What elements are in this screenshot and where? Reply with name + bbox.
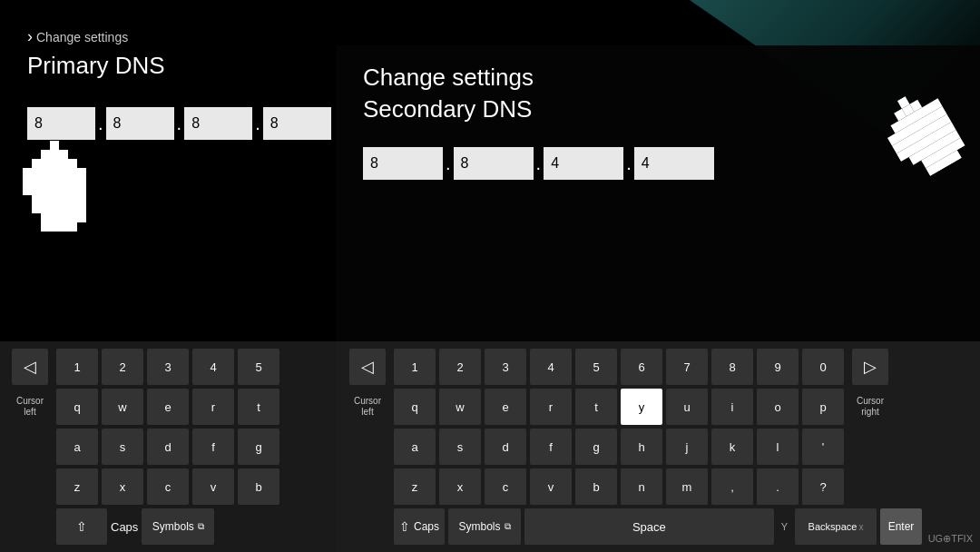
- key-1-primary[interactable]: 1: [56, 349, 98, 385]
- cursor-hand-secondary: [889, 91, 962, 176]
- key-3[interactable]: 3: [485, 349, 526, 385]
- key-period[interactable]: .: [757, 468, 799, 505]
- symbols-key-primary[interactable]: Symbols ⧉: [142, 508, 214, 545]
- key-m[interactable]: m: [666, 468, 708, 505]
- key-b-primary[interactable]: b: [238, 468, 279, 505]
- primary-dns-field-3[interactable]: [184, 107, 252, 140]
- y-indicator: Y: [778, 521, 791, 532]
- primary-dns-field-1[interactable]: [27, 107, 95, 140]
- svg-rect-4: [32, 159, 41, 168]
- key-comma[interactable]: ,: [711, 468, 753, 505]
- space-key[interactable]: Space: [524, 508, 774, 545]
- backspace-label: Backspace: [808, 521, 858, 532]
- key-g[interactable]: g: [575, 429, 617, 465]
- key-k[interactable]: k: [711, 429, 753, 465]
- secondary-dns-field-4[interactable]: [634, 147, 714, 180]
- cursor-left-arrow-primary[interactable]: ◁: [12, 349, 48, 385]
- key-t[interactable]: t: [575, 389, 617, 425]
- key-q-primary[interactable]: q: [56, 389, 98, 425]
- key-z[interactable]: z: [394, 468, 436, 505]
- cursor-left-label-primary: Cursorleft: [7, 396, 53, 418]
- primary-dns-field-4[interactable]: [263, 107, 331, 140]
- caps-key-primary[interactable]: ⇧: [56, 508, 107, 545]
- key-a[interactable]: a: [394, 429, 436, 465]
- key-c[interactable]: c: [485, 468, 526, 505]
- key-f-primary[interactable]: f: [192, 429, 234, 465]
- key-r-primary[interactable]: r: [192, 389, 234, 425]
- caps-label: Caps: [414, 520, 439, 533]
- key-x-primary[interactable]: x: [102, 468, 143, 505]
- key-o[interactable]: o: [757, 389, 799, 425]
- key-c-primary[interactable]: c: [147, 468, 189, 505]
- key-2-primary[interactable]: 2: [102, 349, 143, 385]
- key-e[interactable]: e: [485, 389, 526, 425]
- primary-dns-title: Primary DNS: [27, 52, 318, 80]
- key-d-primary[interactable]: d: [147, 429, 189, 465]
- key-3-primary[interactable]: 3: [147, 349, 189, 385]
- key-4[interactable]: 4: [530, 349, 572, 385]
- key-8[interactable]: 8: [711, 349, 753, 385]
- key-j[interactable]: j: [666, 429, 708, 465]
- dns-sep-2: .: [176, 113, 183, 134]
- key-w[interactable]: w: [439, 389, 481, 425]
- key-x[interactable]: x: [439, 468, 481, 505]
- key-6[interactable]: 6: [621, 349, 662, 385]
- key-5-primary[interactable]: 5: [238, 349, 279, 385]
- key-a-primary[interactable]: a: [56, 429, 98, 465]
- dns-sep2-2: .: [535, 153, 543, 174]
- key-w-primary[interactable]: w: [102, 389, 143, 425]
- key-p[interactable]: p: [802, 389, 844, 425]
- key-5[interactable]: 5: [575, 349, 617, 385]
- symbols-label: Symbols: [458, 520, 500, 533]
- cursor-right-label-secondary: Cursorright: [848, 396, 893, 418]
- key-l[interactable]: l: [757, 429, 799, 465]
- key-b[interactable]: b: [575, 468, 617, 505]
- key-v-primary[interactable]: v: [192, 468, 234, 505]
- key-4-primary[interactable]: 4: [192, 349, 234, 385]
- dns-sep-1: .: [97, 113, 104, 134]
- key-7[interactable]: 7: [666, 349, 708, 385]
- key-v[interactable]: v: [530, 468, 572, 505]
- key-1[interactable]: 1: [394, 349, 436, 385]
- cursor-right-arrow-secondary[interactable]: ▷: [852, 349, 888, 385]
- key-z-primary[interactable]: z: [56, 468, 98, 505]
- secondary-dns-fields: . . .: [336, 147, 980, 180]
- primary-breadcrumb: Change settings: [27, 27, 318, 46]
- secondary-dns-field-2[interactable]: [454, 147, 534, 180]
- key-d[interactable]: d: [485, 429, 526, 465]
- key-s-primary[interactable]: s: [102, 429, 143, 465]
- symbols-key[interactable]: Symbols ⧉: [448, 508, 521, 545]
- dns-sep2-1: .: [445, 153, 452, 174]
- svg-rect-15: [32, 204, 86, 213]
- key-y[interactable]: y: [621, 389, 662, 425]
- key-f[interactable]: f: [530, 429, 572, 465]
- key-9[interactable]: 9: [757, 349, 799, 385]
- key-q[interactable]: q: [394, 389, 436, 425]
- cursor-left-arrow-secondary[interactable]: ◁: [349, 349, 386, 385]
- caps-key[interactable]: ⇧ Caps: [394, 508, 445, 545]
- backspace-key[interactable]: Backspace x: [795, 508, 877, 545]
- enter-key[interactable]: Enter: [880, 508, 922, 545]
- key-2[interactable]: 2: [439, 349, 481, 385]
- panel-secondary: Change settings Secondary DNS . . .: [336, 45, 980, 552]
- key-n[interactable]: n: [621, 468, 662, 505]
- caps-icon: ⇧: [399, 519, 410, 534]
- svg-rect-5: [41, 159, 50, 168]
- key-t-primary[interactable]: t: [238, 389, 279, 425]
- svg-rect-12: [23, 177, 86, 186]
- key-question[interactable]: ?: [802, 468, 844, 505]
- secondary-dns-field-1[interactable]: [363, 147, 443, 180]
- secondary-dns-field-3[interactable]: [544, 147, 623, 180]
- svg-rect-17: [41, 222, 77, 232]
- key-0[interactable]: 0: [802, 349, 844, 385]
- key-s[interactable]: s: [439, 429, 481, 465]
- key-h[interactable]: h: [621, 429, 662, 465]
- key-u[interactable]: u: [666, 389, 708, 425]
- key-r[interactable]: r: [530, 389, 572, 425]
- key-i[interactable]: i: [711, 389, 753, 425]
- key-g-primary[interactable]: g: [238, 429, 279, 465]
- key-e-primary[interactable]: e: [147, 389, 189, 425]
- primary-dns-field-2[interactable]: [106, 107, 174, 140]
- key-apostrophe[interactable]: ': [802, 429, 844, 465]
- primary-title-section: Change settings Primary DNS: [0, 0, 336, 107]
